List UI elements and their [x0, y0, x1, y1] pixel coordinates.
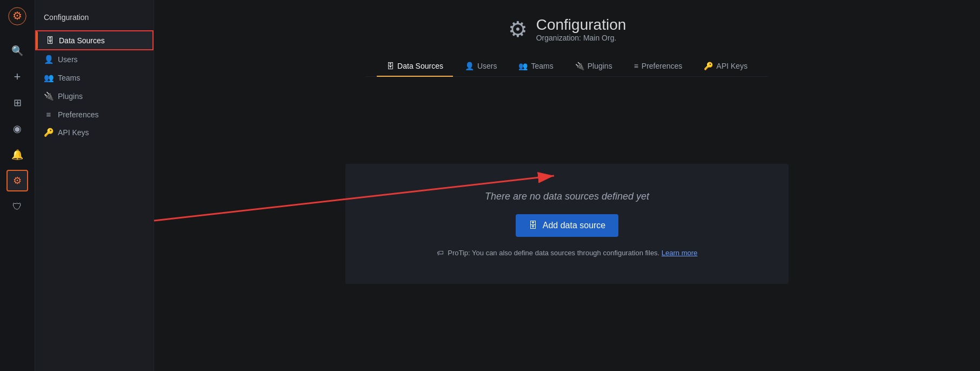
preferences-icon: ≡ — [44, 110, 54, 119]
user-icon: 👤 — [44, 55, 54, 64]
config-subtitle: Organization: Main Org. — [536, 34, 626, 42]
content-area: There are no data sources defined yet 🗄 … — [154, 77, 980, 371]
sidebar-panel: Configuration 🗄 Data Sources 👤 Users 👥 T… — [35, 0, 154, 371]
database-btn-icon: 🗄 — [529, 221, 537, 230]
config-title: Configuration — [536, 16, 626, 34]
search-icon: 🔍 — [11, 45, 23, 57]
tab-preferences[interactable]: ≡ Preferences — [624, 56, 692, 77]
sidebar-item-label: API Keys — [58, 128, 89, 137]
tab-navigation: 🗄 Data Sources 👤 Users 👥 Teams 🔌 Plugins… — [366, 56, 768, 77]
sidebar-item-plugins[interactable]: 🔌 Plugins — [35, 87, 154, 105]
preferences-tab-icon: ≡ — [634, 62, 638, 70]
database-icon: 🗄 — [45, 36, 55, 45]
database-tab-icon: 🗄 — [386, 62, 394, 70]
learn-more-link[interactable]: Learn more — [662, 249, 697, 257]
teams-icon: 👥 — [44, 73, 54, 83]
tab-plugins[interactable]: 🔌 Plugins — [565, 56, 622, 77]
sidebar-item-label: Users — [58, 55, 78, 64]
tag-icon: 🏷 — [437, 249, 444, 257]
config-header: ⚙ Configuration Organization: Main Org. … — [154, 0, 980, 77]
gear-icon: ⚙ — [13, 175, 22, 187]
sidebar-title: Configuration — [35, 9, 154, 30]
dashboards-icon: ⊞ — [14, 97, 22, 109]
user-tab-icon: 👤 — [465, 62, 474, 70]
tab-teams[interactable]: 👥 Teams — [509, 56, 563, 77]
plugins-tab-icon: 🔌 — [575, 62, 584, 70]
server-admin-nav-icon[interactable]: 🛡 — [6, 196, 28, 217]
plus-icon: + — [14, 70, 21, 84]
sidebar-item-api-keys[interactable]: 🔑 API Keys — [35, 123, 154, 142]
left-navigation: ⚙ 🔍 + ⊞ ◉ 🔔 ⚙ 🛡 — [0, 0, 35, 371]
main-content: ⚙ Configuration Organization: Main Org. … — [154, 0, 980, 371]
shield-icon: 🛡 — [12, 201, 22, 213]
explore-nav-icon[interactable]: ◉ — [6, 118, 28, 140]
tab-api-keys[interactable]: 🔑 API Keys — [694, 56, 757, 77]
config-gear-icon: ⚙ — [508, 17, 528, 42]
configuration-nav-icon[interactable]: ⚙ — [6, 170, 28, 191]
search-nav-icon[interactable]: 🔍 — [6, 40, 28, 62]
config-title-group: Configuration Organization: Main Org. — [536, 16, 626, 42]
sidebar-item-label: Preferences — [58, 110, 98, 119]
add-data-source-button[interactable]: 🗄 Add data source — [516, 214, 619, 237]
key-tab-icon: 🔑 — [704, 62, 713, 70]
bell-icon: 🔔 — [11, 149, 23, 161]
alerting-nav-icon[interactable]: 🔔 — [6, 144, 28, 165]
sidebar-item-data-sources[interactable]: 🗄 Data Sources — [35, 30, 154, 50]
add-nav-icon[interactable]: + — [6, 66, 28, 88]
empty-state-panel: There are no data sources defined yet 🗄 … — [345, 164, 789, 284]
plugins-icon: 🔌 — [44, 91, 54, 101]
sidebar-item-label: Teams — [58, 74, 80, 82]
sidebar-item-preferences[interactable]: ≡ Preferences — [35, 105, 154, 123]
protip-text: 🏷 ProTip: You can also define data sourc… — [437, 249, 698, 257]
sidebar-item-label: Plugins — [58, 92, 83, 101]
sidebar-item-users[interactable]: 👤 Users — [35, 50, 154, 69]
svg-text:⚙: ⚙ — [12, 10, 22, 22]
tab-data-sources[interactable]: 🗄 Data Sources — [377, 56, 453, 77]
app-logo[interactable]: ⚙ — [6, 5, 28, 27]
sidebar-item-teams[interactable]: 👥 Teams — [35, 69, 154, 87]
key-icon: 🔑 — [44, 128, 54, 137]
sidebar-item-label: Data Sources — [59, 36, 105, 45]
dashboards-nav-icon[interactable]: ⊞ — [6, 92, 28, 114]
explore-icon: ◉ — [13, 123, 22, 135]
empty-state-message: There are no data sources defined yet — [485, 191, 649, 202]
teams-tab-icon: 👥 — [518, 62, 528, 70]
tab-users[interactable]: 👤 Users — [455, 56, 507, 77]
